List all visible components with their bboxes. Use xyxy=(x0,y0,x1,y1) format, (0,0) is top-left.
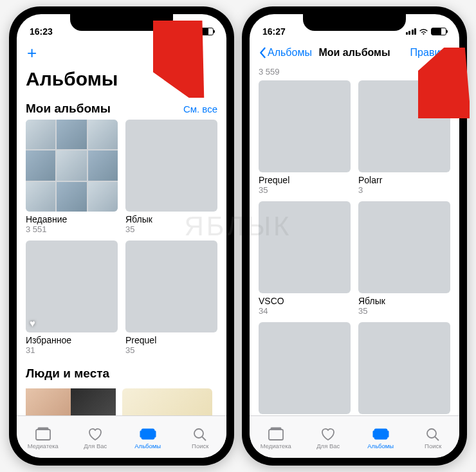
album-count: 34 xyxy=(259,306,351,316)
heart-icon: ♥ xyxy=(30,318,35,329)
svg-rect-2 xyxy=(36,430,50,440)
tab-albums[interactable]: Альбомы xyxy=(354,416,407,458)
svg-line-15 xyxy=(435,437,439,440)
svg-rect-6 xyxy=(154,431,156,437)
album-count: 31 xyxy=(26,345,118,355)
album-item[interactable]: Instagram 9 xyxy=(259,322,351,415)
album-label: VSCO xyxy=(259,296,351,306)
svg-point-14 xyxy=(427,429,436,438)
wifi-icon xyxy=(419,28,428,35)
tab-label: Медиатека xyxy=(28,442,59,449)
album-count: 3 551 xyxy=(26,224,118,234)
svg-rect-12 xyxy=(373,431,374,437)
battery-icon xyxy=(431,28,446,35)
svg-line-8 xyxy=(202,437,206,440)
status-time: 16:27 xyxy=(262,26,286,37)
tab-label: Альбомы xyxy=(367,442,394,449)
tab-label: Для Вас xyxy=(84,442,107,449)
album-item[interactable]: ♥ Избранное 31 xyxy=(26,241,118,355)
iphone-notch xyxy=(303,14,406,31)
svg-rect-3 xyxy=(38,428,48,430)
svg-line-1 xyxy=(431,55,453,112)
svg-point-7 xyxy=(194,429,203,438)
signal-icon xyxy=(406,28,417,35)
album-count: 35 xyxy=(358,306,450,316)
album-label: Яблык xyxy=(358,296,450,306)
album-count: 35 xyxy=(125,345,217,355)
album-label: Polarr xyxy=(358,175,450,185)
back-button[interactable]: Альбомы xyxy=(259,47,312,59)
tab-for-you[interactable]: Для Вас xyxy=(69,416,122,458)
status-time: 16:23 xyxy=(30,26,53,37)
tab-bar: Медиатека Для Вас Альбомы Поиск xyxy=(17,415,226,458)
places-thumb[interactable] xyxy=(122,388,212,415)
tab-label: Медиатека xyxy=(261,442,291,449)
album-item[interactable]: VSCO 34 xyxy=(259,201,351,316)
see-all-link[interactable]: См. все xyxy=(183,104,217,114)
svg-rect-10 xyxy=(271,428,281,430)
album-item[interactable]: Prequel 35 xyxy=(259,80,351,195)
tab-label: Поиск xyxy=(425,442,441,449)
album-label: Prequel xyxy=(125,335,217,345)
callout-arrow-edit xyxy=(418,48,470,118)
callout-arrow-see-all xyxy=(153,21,205,98)
svg-rect-9 xyxy=(269,430,283,440)
add-album-button[interactable]: + xyxy=(26,44,38,61)
svg-rect-11 xyxy=(374,429,387,439)
album-label: Недавние xyxy=(26,214,118,224)
album-label: Яблык xyxy=(125,214,217,224)
tab-search[interactable]: Поиск xyxy=(174,416,227,458)
tab-label: Поиск xyxy=(192,442,208,449)
svg-rect-13 xyxy=(387,431,389,437)
back-label: Альбомы xyxy=(268,47,312,59)
svg-rect-5 xyxy=(140,431,142,437)
nav-title: Мои альбомы xyxy=(318,47,390,59)
tab-bar: Медиатека Для Вас Альбомы Поиск xyxy=(250,415,459,458)
svg-line-0 xyxy=(163,30,192,85)
album-item[interactable]: Prequel 35 xyxy=(125,241,217,355)
tab-library[interactable]: Медиатека xyxy=(250,416,302,458)
album-item[interactable]: Яблык 35 xyxy=(125,120,217,234)
svg-rect-4 xyxy=(142,429,154,439)
album-item[interactable]: Недавние 3 551 xyxy=(26,120,118,234)
album-count: 3 xyxy=(358,185,450,195)
tab-albums[interactable]: Альбомы xyxy=(122,416,174,458)
album-count: 35 xyxy=(125,224,217,234)
album-label: Избранное xyxy=(26,335,118,345)
section-header-people-places: Люди и места xyxy=(26,367,109,381)
section-header-my-albums: Мои альбомы xyxy=(26,102,111,116)
album-item[interactable]: Яблык 35 xyxy=(358,201,450,316)
tab-label: Альбомы xyxy=(134,442,161,449)
album-item[interactable]: Snapseed 1 xyxy=(358,322,450,415)
album-label: Prequel xyxy=(259,175,351,185)
album-count: 35 xyxy=(259,185,351,195)
tab-search[interactable]: Поиск xyxy=(407,416,460,458)
tab-label: Для Вас xyxy=(316,442,340,449)
tab-for-you[interactable]: Для Вас xyxy=(302,416,355,458)
tab-library[interactable]: Медиатека xyxy=(17,416,69,458)
people-thumb[interactable] xyxy=(26,388,116,415)
